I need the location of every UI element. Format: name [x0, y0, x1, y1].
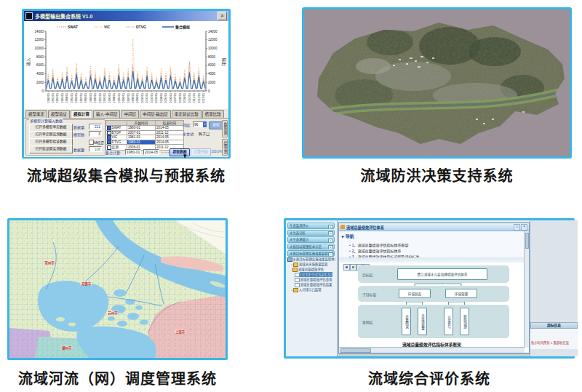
accordion-item-1[interactable]: 水生态分区+	[287, 230, 335, 236]
diagram-box: 总量削减	[402, 308, 411, 335]
accordion-toggle-icon[interactable]: +	[328, 225, 333, 229]
eval-content-window: 流域总量绩效评估体系 □ × ▸ 导航 1、流域总量绩效评估指标体系框架2、流域…	[338, 223, 530, 353]
group-title: 多模型计算输入数据	[29, 118, 63, 123]
tree-item-2[interactable]: -流域总量绩效评估	[287, 267, 335, 272]
tree-item-label: 入河排污口监管	[299, 288, 322, 292]
nav-item-0[interactable]: 1、流域总量绩效评估指标体系框架	[349, 242, 409, 247]
svg-text:1994/01: 1994/01	[113, 93, 116, 103]
window-titlebar[interactable]: 多模型输出集合系统 V1.0 ×	[24, 11, 228, 21]
tree-item-0[interactable]: 水质目标管理实施效果监管体系	[287, 257, 335, 262]
panel-flood-system	[302, 7, 572, 159]
tree-item-label: 流域总量绩效评估	[298, 268, 324, 271]
tree-item-6[interactable]: +入河排污口监管	[287, 287, 335, 292]
input-data-group: 多模型计算输入数据 打开多模型率定数据打开率定期实测数据打开多模型验证数据打开验…	[25, 119, 105, 156]
row-checkbox[interactable]	[107, 135, 111, 140]
indicator-diagram: 流域总量绩效评估指标体系框架 目标层楚江流域水污染治理绩效评估体系子目标层环境状…	[339, 263, 525, 347]
col-header-0	[106, 121, 127, 126]
panel-evaluation-system: 生态监测评价+水生态分区+水生态承载力+水质目标管理技术示范+水质目标管理实施效…	[284, 218, 575, 359]
tab-7[interactable]: 结果比较	[202, 110, 224, 118]
tab-2[interactable]: 模拟计算	[71, 110, 92, 118]
tree-item-label: 流域总量绩效评估体系	[300, 273, 332, 276]
tab-1[interactable]: 模型验证	[48, 110, 70, 118]
svg-text:6000: 6000	[208, 63, 216, 67]
restore-icon[interactable]: □	[514, 224, 520, 231]
row-checkbox[interactable]	[107, 131, 111, 135]
vertical-scrollbar[interactable]	[524, 231, 529, 348]
river-network-map[interactable]	[9, 220, 226, 358]
svg-text:2000/01: 2000/01	[141, 93, 144, 103]
tree-toggle-icon[interactable]: +	[291, 288, 292, 292]
tree-toggle-icon[interactable]: -	[291, 268, 292, 271]
calc-start-input[interactable]: 1980-01	[125, 149, 141, 155]
accordion-toggle-icon[interactable]: −	[328, 252, 333, 257]
tab-3[interactable]: 输入-中间层	[93, 110, 120, 118]
side-tab-plot[interactable]: 绘图设置	[222, 139, 228, 156]
row-checkbox[interactable]	[107, 140, 111, 145]
tree-item-3[interactable]: 流域总量绩效评估体系	[287, 272, 335, 277]
table-row[interactable]: SWAT1980-012014-05	[106, 126, 184, 131]
svg-text:2008/01: 2008/01	[179, 93, 182, 103]
field-value-1[interactable]: 3	[89, 131, 102, 137]
update-button[interactable]: 更新	[209, 121, 223, 129]
terrain-3d-view[interactable]	[304, 9, 570, 156]
accordion-item-2[interactable]: 水生态承载力+	[287, 236, 335, 243]
tree-item-5[interactable]: 流域总量绩效评估结果	[287, 282, 335, 287]
svg-text:2009/01: 2009/01	[183, 93, 186, 103]
accordion-item-0[interactable]: 生态监测评价+	[287, 223, 335, 229]
tab-5[interactable]: 中间层-输出层	[140, 110, 171, 118]
caption-flood: 流域防洪决策支持系统	[302, 164, 572, 185]
horizontal-scrollbar[interactable]	[339, 347, 525, 353]
model-period-table[interactable]: 开始时间结束时间SWAT1980-012014-05BTOP2007-01201…	[105, 120, 184, 151]
tree-item-1[interactable]: +流域水环境质量监管	[287, 262, 335, 267]
field-label-2: 数据量:	[73, 147, 85, 152]
open-data-button-3[interactable]: 打开验证期实测数据	[29, 145, 73, 153]
svg-text:1986/01: 1986/01	[75, 93, 78, 103]
accordion-item-4[interactable]: 水质目标管理实施效果监管体系−	[287, 250, 335, 257]
svg-text:1997/01: 1997/01	[127, 93, 130, 103]
tab-0[interactable]: 模型率定	[25, 110, 47, 118]
station-label: 水文站:	[183, 131, 194, 136]
start-calc-button[interactable]: 计算开始	[191, 148, 211, 156]
tree-toggle-icon[interactable]: +	[291, 263, 292, 266]
close-icon[interactable]: ×	[521, 224, 527, 231]
legend-SWAT: SWAT	[68, 25, 78, 29]
exceedance-body	[530, 329, 578, 349]
diagram-box: 水环境质量	[418, 308, 427, 335]
chevron-down-icon[interactable]: ▾	[203, 121, 207, 127]
table-row[interactable]: VIC1981-012014-05	[106, 135, 184, 140]
svg-text:14000: 14000	[34, 30, 44, 33]
diagram-box: 环境状态	[399, 289, 431, 298]
eval-window-header[interactable]: 流域总量绩效评估体系 □ ×	[339, 223, 529, 231]
series-DTVG	[46, 68, 205, 89]
save-icon[interactable]	[343, 264, 350, 271]
calc-end-input[interactable]: 2014-05	[143, 149, 159, 155]
nav-section: ▸ 导航 1、流域总量绩效评估指标体系框架2、流域总量绩效评估指标体系3、流域总…	[339, 231, 525, 257]
close-icon[interactable]: ×	[218, 12, 227, 20]
svg-text:2010/01: 2010/01	[188, 93, 191, 103]
tab-4[interactable]: 中间层	[121, 110, 139, 118]
tree-item-4[interactable]: 流域总量绩效评估查询	[287, 277, 335, 282]
exceedance-header[interactable]: 超标信息	[530, 322, 578, 329]
m-correction-checkbox[interactable]	[89, 140, 94, 145]
tree-item-label: 流域总量绩效评估查询	[300, 278, 332, 281]
field-value-2[interactable]: 106	[89, 146, 102, 152]
accordion-toggle-icon[interactable]: +	[328, 239, 333, 243]
tab-strip: 模型率定模型验证模拟计算输入-中间层中间层中间层-输出层率定验证比较结果比较	[24, 108, 228, 118]
diagram-box: 联防治理	[460, 308, 469, 335]
field-value-0[interactable]: 211	[89, 124, 102, 129]
col-header-1: 开始时间	[127, 121, 156, 126]
controls-area: 多模型计算输入数据 打开多模型率定数据打开率定期实测数据打开多模型验证数据打开验…	[24, 118, 228, 157]
table-row[interactable]: DTVG1980-012014-05	[106, 140, 184, 145]
nav-item-1[interactable]: 2、流域总量绩效评估指标体系	[349, 248, 402, 253]
accordion-item-3[interactable]: 水质目标管理技术示范+	[287, 244, 335, 250]
city-label: 苏州市	[107, 311, 119, 315]
side-tab-data[interactable]: 数据管理	[222, 120, 228, 137]
table-row[interactable]: BTOP2007-012011-12	[106, 130, 184, 135]
accordion-toggle-icon[interactable]: +	[328, 231, 333, 236]
svg-text:1991/01: 1991/01	[99, 93, 102, 103]
svg-text:0: 0	[41, 89, 44, 93]
accordion-toggle-icon[interactable]: +	[328, 245, 333, 249]
print-icon[interactable]	[350, 264, 356, 271]
row-checkbox[interactable]	[107, 126, 111, 130]
tab-6[interactable]: 率定验证比较	[172, 110, 202, 118]
